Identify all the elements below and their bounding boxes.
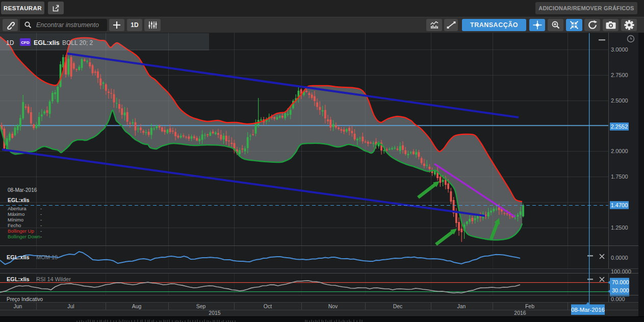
svg-text:2.7500: 2.7500: [611, 72, 628, 78]
svg-text:1.7500: 1.7500: [611, 174, 628, 180]
svg-text:2.5000: 2.5000: [611, 97, 628, 104]
svg-text:-: -: [40, 234, 42, 239]
svg-text:2.0000: 2.0000: [611, 148, 628, 154]
svg-text:Abertura: Abertura: [8, 206, 27, 211]
svg-text:EGL:xlis: EGL:xlis: [34, 39, 60, 46]
svg-text:3.0000: 3.0000: [611, 46, 628, 53]
svg-text:Jun: Jun: [14, 303, 22, 309]
svg-text:RSI 14 Wilder: RSI 14 Wilder: [36, 276, 71, 282]
svg-text:EGL:xlis: EGL:xlis: [7, 276, 30, 282]
svg-text:0.0000: 0.0000: [611, 255, 628, 261]
svg-text:MOM 10: MOM 10: [36, 254, 58, 260]
svg-text:Bollinger Down: Bollinger Down: [8, 234, 40, 239]
svg-text:-: -: [40, 222, 42, 228]
svg-text:1D: 1D: [6, 39, 14, 46]
svg-text:Fecho: Fecho: [8, 222, 21, 228]
svg-text:2016: 2016: [514, 310, 526, 316]
svg-text:Feb: Feb: [525, 303, 534, 309]
svg-text:-: -: [40, 211, 42, 217]
svg-text:Dec: Dec: [393, 303, 403, 309]
svg-text:0.000: 0.000: [611, 296, 625, 302]
svg-text:-: -: [40, 217, 42, 222]
svg-text:-: -: [40, 206, 42, 211]
svg-text:Oct: Oct: [264, 303, 272, 309]
svg-text:Máximo: Máximo: [8, 211, 24, 217]
svg-text:Bollinger Up: Bollinger Up: [8, 228, 34, 234]
svg-text:Mínimo: Mínimo: [8, 217, 23, 222]
svg-text:Jul: Jul: [67, 303, 74, 309]
svg-text:2015: 2015: [209, 310, 221, 316]
svg-text:2.2552: 2.2552: [611, 123, 628, 130]
svg-text:Aug: Aug: [132, 303, 142, 309]
svg-text:CFD: CFD: [21, 40, 30, 45]
svg-text:Preço Indicativo: Preço Indicativo: [7, 296, 43, 302]
svg-text:08-Mar-2016: 08-Mar-2016: [571, 307, 605, 313]
svg-text:08-Mar-2016: 08-Mar-2016: [8, 187, 37, 193]
svg-text:Sep: Sep: [196, 303, 206, 309]
svg-text:100.000: 100.000: [611, 268, 631, 275]
svg-text:-: -: [40, 228, 42, 234]
svg-text:BOLL 20; 2: BOLL 20; 2: [62, 39, 93, 46]
svg-text:30.000: 30.000: [612, 287, 629, 293]
svg-text:EGL:xlis: EGL:xlis: [8, 197, 30, 203]
svg-text:Jan: Jan: [457, 303, 466, 309]
svg-text:1.2500: 1.2500: [611, 225, 628, 231]
svg-text:70.000: 70.000: [612, 279, 629, 285]
svg-text:1.4700: 1.4700: [611, 202, 628, 208]
svg-text:EGL:xlis: EGL:xlis: [7, 254, 30, 260]
svg-text:Nov: Nov: [328, 303, 338, 309]
